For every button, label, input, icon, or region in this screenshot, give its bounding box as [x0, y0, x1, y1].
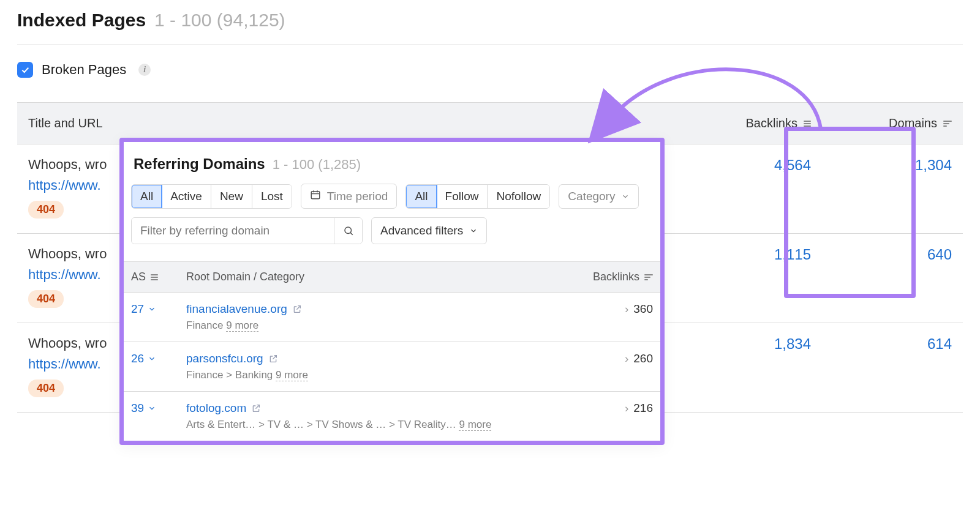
external-link-icon [292, 304, 302, 314]
table-row: 26 parsonsfcu.org Finance > Banking 9 mo… [124, 342, 660, 392]
chevron-down-icon [148, 404, 156, 413]
seg-nofollow[interactable]: Nofollow [488, 185, 549, 208]
status-badge: 404 [28, 379, 64, 397]
col-inner-backlinks[interactable]: Backlinks [538, 262, 660, 293]
info-icon[interactable]: i [138, 64, 151, 76]
row-backlinks[interactable]: 1,834 [681, 323, 822, 413]
page-title: Indexed Pages [17, 10, 146, 31]
row-domains[interactable]: 614 [822, 323, 963, 413]
row-domains[interactable]: 1,304 [822, 144, 963, 234]
sort-icon [644, 274, 653, 280]
chevron-down-icon [148, 354, 156, 363]
chevron-down-icon [469, 226, 478, 235]
advanced-filters-button[interactable]: Advanced filters [371, 217, 487, 244]
chevron-right-icon: › [625, 352, 628, 365]
row-backlinks[interactable]: 1,115 [681, 234, 822, 323]
domain-link[interactable]: financialavenue.org [186, 302, 302, 316]
as-value[interactable]: 39 [131, 402, 156, 413]
domain-category: Finance 9 more [186, 320, 530, 332]
col-backlinks[interactable]: Backlinks [681, 103, 822, 144]
svg-line-5 [350, 233, 352, 234]
row-backlinks[interactable]: ›216 [538, 392, 660, 413]
category-more[interactable]: 9 more [276, 369, 308, 381]
search-input[interactable] [132, 218, 334, 244]
sort-icon [151, 274, 158, 280]
domain-link[interactable]: parsonsfcu.org [186, 352, 278, 365]
search-button[interactable] [334, 218, 362, 244]
chevron-down-icon [148, 305, 156, 313]
category-more[interactable]: 9 more [226, 320, 258, 332]
broken-pages-checkbox[interactable] [17, 62, 33, 78]
seg-lost[interactable]: Lost [252, 185, 292, 208]
filter-row: Broken Pages i [17, 62, 963, 102]
category-dropdown[interactable]: Category [559, 184, 639, 209]
page-range: 1 - 100 (94,125) [154, 10, 285, 31]
search-icon [343, 225, 354, 236]
calendar-icon [310, 189, 321, 203]
row-backlinks[interactable]: 4,564 [681, 144, 822, 234]
chevron-down-icon [621, 192, 630, 201]
referring-domains-popup: Referring Domains 1 - 100 (1,285) All Ac… [119, 138, 665, 413]
domain-link[interactable]: fotolog.com [186, 402, 261, 413]
seg-all[interactable]: All [131, 184, 162, 209]
external-link-icon [251, 403, 261, 413]
col-domains[interactable]: Domains [822, 103, 963, 144]
domain-category: Finance > Banking 9 more [186, 369, 530, 381]
sort-icon [804, 121, 811, 127]
status-segment: All Active New Lost [131, 184, 292, 209]
as-value[interactable]: 27 [131, 302, 156, 316]
table-row: 27 financialavenue.org Finance 9 more ›3… [124, 293, 660, 342]
popup-title: Referring Domains [134, 155, 265, 173]
seg-follow[interactable]: Follow [437, 185, 488, 208]
follow-segment: All Follow Nofollow [405, 184, 550, 209]
chevron-right-icon: › [625, 302, 628, 315]
search-wrap [131, 217, 363, 244]
seg-new[interactable]: New [211, 185, 252, 208]
page-header: Indexed Pages 1 - 100 (94,125) [17, 10, 963, 45]
status-badge: 404 [28, 290, 64, 308]
popup-range: 1 - 100 (1,285) [273, 157, 361, 173]
seg-active[interactable]: Active [162, 185, 211, 208]
broken-pages-label: Broken Pages [42, 62, 126, 78]
svg-point-4 [345, 227, 352, 234]
external-link-icon [268, 354, 278, 364]
svg-rect-0 [311, 192, 320, 199]
time-period-button[interactable]: Time period [301, 184, 398, 209]
as-value[interactable]: 26 [131, 352, 156, 365]
row-backlinks[interactable]: ›360 [538, 293, 660, 342]
referring-domains-table: AS Root Domain / Category Backlinks 27 [124, 261, 660, 413]
status-badge: 404 [28, 201, 64, 219]
table-row: 39 fotolog.com Arts & Entert… > TV & … >… [124, 392, 660, 413]
row-backlinks[interactable]: ›260 [538, 342, 660, 392]
chevron-right-icon: › [625, 402, 628, 413]
seg-follow-all[interactable]: All [405, 184, 437, 209]
row-domains[interactable]: 640 [822, 234, 963, 323]
col-root-domain[interactable]: Root Domain / Category [179, 262, 538, 293]
col-as[interactable]: AS [124, 262, 179, 293]
sort-icon [943, 121, 952, 127]
